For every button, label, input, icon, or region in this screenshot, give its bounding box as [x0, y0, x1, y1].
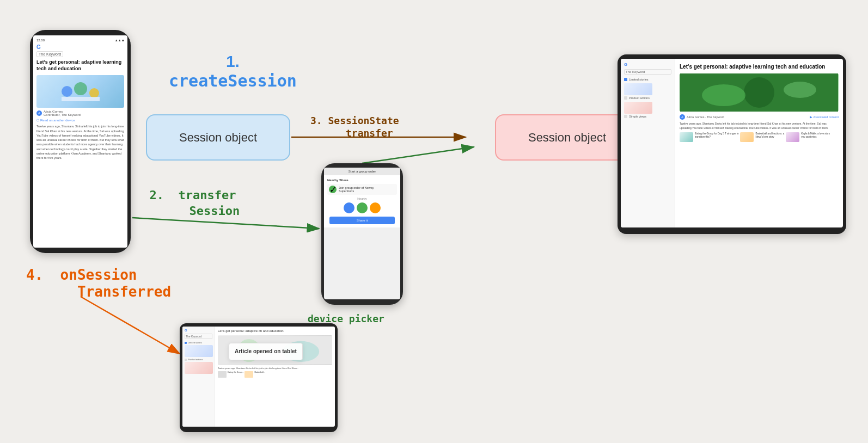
t-nav-text-2: Product actions [629, 96, 650, 100]
t-nav-item-3: Simple views [624, 115, 671, 118]
tc-title: Let's get personal: adaptive learning te… [680, 63, 839, 70]
tc-thumb-item-2: Basketball and fractions: aNeyo's love s… [740, 132, 784, 142]
svg-point-7 [62, 86, 72, 97]
tc-author: A Alicia Gomes · The Keyword ▶ Associate… [680, 114, 839, 120]
tc-thumb-text-2: Basketball and fractions: aNeyo's love s… [755, 132, 784, 139]
tb-nav-item-2: Product actions [185, 358, 212, 361]
diagram-container: 12:00 ▲▲ ■ G The Keyword Let's get perso… [0, 0, 868, 443]
svg-line-4 [132, 218, 319, 229]
step3-number: 3. [310, 115, 328, 126]
step1-label: 1. createSession [169, 52, 297, 91]
tb-thumb-img-2 [244, 371, 253, 378]
tablet-right: G The Keyword Limited stories Product ac… [618, 54, 846, 234]
pm-avatar-2 [357, 202, 368, 213]
pm-device-item: ✓ Join group order of NewaySuperfoods [327, 184, 397, 195]
tb-nav-text-2: Product actions [188, 358, 203, 361]
article-opened-label: Article opened on tablet [229, 343, 303, 360]
tablet-content: Let's get personal: adaptive learning te… [675, 59, 843, 227]
tb-thumb-text-2: Basketball... [254, 371, 265, 374]
tb-thumb-text-1: Eating the Group... [228, 371, 243, 374]
step1-action: createSession [169, 71, 297, 91]
tb-thumb-img-1 [218, 371, 227, 378]
site-name: The Keyword [36, 51, 63, 57]
session-label-left: Session object [179, 131, 257, 145]
t-nav-text-3: Simple views [629, 115, 646, 118]
step4-label: 4. onSession Transferred [26, 267, 171, 300]
tb-thumb-row: Eating the Group... Basketball... [218, 371, 332, 378]
tc-thumb-text-3: Kayla & Malik: a love storyyou can't mis… [801, 132, 830, 139]
article-image [36, 75, 124, 108]
svg-rect-10 [62, 97, 100, 101]
pm-header: Start a group order [324, 168, 400, 175]
read-on-another-btn[interactable]: ⬡ Read on another device [36, 118, 124, 122]
tc-thumb-img-2 [740, 132, 754, 142]
tc-body: Twelve years ago, Shantanu Sinha left hi… [680, 121, 839, 130]
tc-thumb-item-3: Kayla & Malik: a love storyyou can't mis… [786, 132, 830, 142]
t-nav-item-1: Limited stories [624, 78, 671, 81]
avatar: A [36, 110, 42, 116]
google-logo: G [36, 44, 124, 50]
tc-avatar: A [680, 114, 685, 120]
phone-middle-screen: Start a group order Nearby Share ✓ Join … [324, 168, 400, 299]
tb-content: Let's get personal: adaptive ch and educ… [215, 327, 335, 427]
pm-transfer-btn[interactable]: Share it [329, 217, 395, 224]
t-logo: G [624, 62, 671, 67]
tb-thumb-item-1: Eating the Group... [218, 371, 243, 378]
t-nav-dot-3 [624, 115, 627, 118]
svg-line-6 [81, 297, 180, 354]
svg-point-14 [784, 82, 816, 98]
tablet-bottom-screen: G The Keyword Limited stories Product ac… [182, 327, 335, 427]
tb-thumb-2 [185, 362, 213, 374]
tb-logo: G [185, 329, 212, 332]
pm-device-text: Join group order of NewaySuperfoods [339, 186, 374, 193]
step2-label: 2. transfer Session [146, 188, 240, 219]
author-info: A Alicia Gomes Contributor, The Keyword [36, 110, 124, 116]
tb-site: The Keyword [185, 334, 212, 339]
tc-thumb-item-1: Eating the Group for Dog 5 T stronger to… [680, 132, 738, 142]
device-picker-label: device picker [308, 313, 384, 324]
tb-thumb-item-2: Basketball... [244, 371, 265, 378]
tb-title: Let's get personal: adaptive ch and educ… [218, 329, 332, 334]
session-box-left: Session object [146, 114, 290, 161]
tb-sidebar: G The Keyword Limited stories Product ac… [182, 327, 215, 427]
tb-nav-text-1: Limited stories [188, 341, 202, 344]
phone-middle: Start a group order Nearby Share ✓ Join … [321, 163, 403, 305]
pm-section-title: Nearby Share [327, 179, 397, 182]
svg-point-12 [744, 77, 774, 108]
t-nav-item-2: Product actions [624, 96, 671, 100]
phone-signal: ▲▲ ■ [115, 39, 124, 42]
tc-image [680, 73, 839, 112]
article-body: Twelve years ago, Shantanu Sinha left hi… [36, 124, 124, 160]
svg-point-9 [89, 88, 99, 98]
pm-avatars [327, 202, 397, 213]
tb-nav-dot-1 [185, 342, 187, 344]
tb-nav-dot-2 [185, 359, 187, 361]
t-thumb-1 [624, 83, 652, 95]
phone-left: 12:00 ▲▲ ■ G The Keyword Let's get perso… [30, 30, 131, 253]
svg-point-13 [702, 84, 745, 106]
pm-avatar-1 [344, 202, 354, 213]
tb-body: Twelve years ago, Shantanu Sinha left hi… [218, 367, 332, 370]
tc-thumb-img-1 [680, 132, 693, 142]
tablet-bottom: G The Keyword Limited stories Product ac… [180, 323, 338, 432]
svg-line-5 [362, 147, 474, 163]
article-title: Let's get personal: adaptive learning te… [36, 59, 124, 72]
step3-label: 3. SessionState transfer [310, 114, 399, 140]
tablet-right-screen: G The Keyword Limited stories Product ac… [621, 59, 843, 227]
author-text: Alicia Gomes Contributor, The Keyword [44, 110, 81, 116]
tc-thumb-img-3 [786, 132, 799, 142]
pm-nearby-text: Nearby [327, 197, 397, 200]
session-label-right: Session object [528, 131, 606, 145]
tb-thumb-1 [185, 345, 213, 357]
t-thumb-2 [624, 102, 652, 114]
tc-thumb-row: Eating the Group for Dog 5 T stronger to… [680, 132, 839, 142]
t-site: The Keyword [624, 69, 671, 75]
pm-avatar-3 [370, 202, 381, 213]
tb-nav-item-1: Limited stories [185, 341, 212, 344]
tablet-sidebar: G The Keyword Limited stories Product ac… [621, 59, 675, 227]
t-nav-dot-1 [624, 78, 627, 81]
t-nav-dot-2 [624, 96, 627, 100]
step3-action: SessionState transfer [316, 115, 399, 139]
t-nav-text-1: Limited stories [629, 78, 648, 81]
svg-point-8 [74, 82, 87, 95]
